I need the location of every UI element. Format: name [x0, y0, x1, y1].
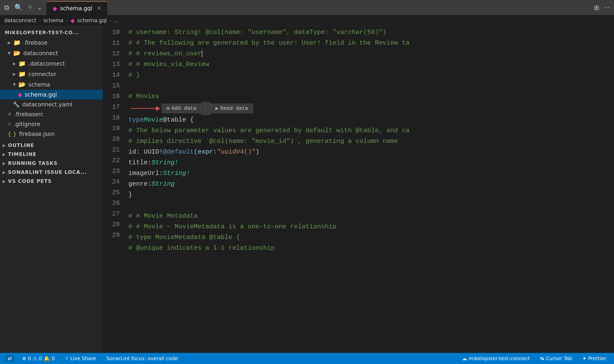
code-paren-close: ): [255, 147, 259, 157]
breadcrumb-file[interactable]: schema.gql: [77, 17, 107, 24]
chevron-timeline-icon: ▶: [2, 152, 6, 156]
sidebar-group-vscode-pets[interactable]: ▶ VS CODE PETS: [0, 177, 103, 186]
status-bar-right: ☁ mikelopster-test-connect ↹ Cursor Tab …: [460, 355, 609, 362]
code-uuid-value: "uuidV4()": [217, 147, 255, 157]
sidebar-label-connector: connector: [28, 71, 56, 77]
code-string-type-23: String: [152, 179, 175, 189]
code-text-16: # Movies: [128, 91, 159, 102]
read-data-icon: ▶: [215, 105, 218, 111]
add-data-icon: ⊞: [167, 105, 169, 111]
status-remote-right-item[interactable]: ☁ mikelopster-test-connect: [460, 355, 532, 362]
status-prettier-item[interactable]: ✦ Prettier: [580, 355, 609, 362]
status-live-share-item[interactable]: ⚡ Live Share: [62, 355, 99, 362]
sidebar-item-dotdataconnect[interactable]: ▶ 📁 .dataconnect: [0, 58, 103, 69]
sidebar-item-dataconnect-yaml[interactable]: 🔧 dataconnect.yaml: [0, 100, 103, 109]
sidebar-group-running-tasks-label: RUNNING TASKS: [8, 160, 57, 166]
breadcrumb-sep3: ›: [110, 18, 112, 23]
code-expr-param: expr: [198, 147, 213, 157]
cursor-tab-label: Cursor Tab: [546, 356, 572, 361]
sidebar-label-schema-gql: schema.gql: [25, 91, 57, 98]
line-num-12: 12: [103, 48, 120, 59]
code-text-14: # }: [128, 70, 140, 80]
sidebar-item-dataconnect[interactable]: ▼ 📂 dataconnect: [0, 48, 103, 58]
code-genre-field: genre:: [128, 179, 152, 189]
sidebar-group-timeline[interactable]: ▶ TIMELINE: [0, 150, 103, 159]
sidebar-label-dotdataconnect: .dataconnect: [28, 60, 65, 67]
code-colon: :: [213, 147, 217, 157]
line-num-28: 28: [103, 219, 120, 230]
split-editor-icon[interactable]: ⊞: [594, 4, 599, 11]
tab-schema-gql[interactable]: ◆ schema.gql ✕: [46, 1, 107, 15]
scrollbar[interactable]: [610, 26, 614, 353]
code-imageurl-field: imageUrl:: [128, 168, 163, 178]
chevron-down-schema-icon: ▼: [13, 82, 16, 87]
line-num-23: 23: [103, 166, 120, 176]
code-lines: # username: String! @col(name: "username…: [124, 26, 610, 353]
sidebar-group-sonarlint[interactable]: ▶ SONARLINT ISSUE LOCA...: [0, 168, 103, 177]
source-control-icon[interactable]: ⑂: [28, 3, 32, 12]
more-actions-icon[interactable]: ···: [603, 4, 610, 11]
sidebar-item-firebase-json[interactable]: { } firebase.json: [0, 129, 103, 139]
sidebar-label-firebaserc: .firebaserc: [14, 111, 43, 117]
code-line-27: # # Movie – MovieMetadata is a one-to-on…: [128, 221, 610, 232]
search-icon[interactable]: 🔍: [14, 3, 23, 12]
breadcrumb-schema[interactable]: schema: [43, 17, 64, 24]
app-container: ⧉ 🔍 ⑂ ⌄ ◆ schema.gql ✕ ⊞ ··· dataconnect…: [0, 0, 614, 364]
title-bar: ⧉ 🔍 ⑂ ⌄ ◆ schema.gql ✕ ⊞ ···: [0, 0, 614, 15]
read-data-button[interactable]: ▶ Read data: [210, 104, 253, 113]
code-line-11: # # The following are generated by the u…: [128, 38, 610, 48]
status-errors-item[interactable]: ⊗ 0 ⚠ 0 🔔 0: [19, 355, 57, 362]
code-text-27: # # Movie – MovieMetadata is a one-to-on…: [128, 221, 336, 232]
status-remote-item[interactable]: ⇄: [5, 355, 14, 362]
breadcrumb-dataconnect[interactable]: dataconnect: [4, 17, 36, 24]
close-tab-icon[interactable]: ✕: [97, 5, 101, 11]
sidebar-item-schema[interactable]: ▼ 📂 schema: [0, 79, 103, 90]
sidebar-group-vscode-pets-label: VS CODE PETS: [8, 178, 52, 184]
code-line-16: # Movies ⊞ Add data: [128, 91, 610, 102]
sidebar-item-schema-gql[interactable]: ◆ schema.gql: [0, 90, 103, 100]
line-num-26: 26: [103, 198, 120, 208]
chevron-down-icon[interactable]: ⌄: [37, 4, 42, 11]
folder-icon-connector: 📁: [18, 70, 26, 78]
codelens-suggestion: ⊞ Add data | ▶ Read data: [130, 102, 253, 115]
sidebar-label-firebase-json: firebase.json: [19, 131, 55, 137]
code-text-10: # username: String! @col(name: "username…: [128, 27, 386, 37]
prettier-label: Prettier: [588, 356, 606, 361]
sidebar-root-label: MIKELOPSTER-TEST-CO...: [0, 26, 103, 37]
sidebar-item-gitignore[interactable]: ⑂ .gitignore: [0, 119, 103, 129]
line-numbers: 10 11 12 13 14 15 16 17 18 19 20 21 22 2…: [103, 26, 124, 353]
sidebar-item-connector[interactable]: ▶ 📁 connector: [0, 69, 103, 79]
sidebar-label-schema: schema: [28, 81, 50, 88]
code-line-17: type Movie @table {: [128, 115, 610, 125]
sidebar-group-sonarlint-label: SONARLINT ISSUE LOCA...: [8, 169, 87, 175]
sidebar-item-firebase[interactable]: ▶ 📁 .firebase: [0, 37, 103, 48]
warning-count: 0: [39, 356, 42, 361]
remote-right-label: mikelopster-test-connect: [469, 356, 530, 361]
title-bar-icons: ⧉ 🔍 ⑂ ⌄: [4, 3, 42, 12]
sidebar-group-outline-label: OUTLINE: [8, 143, 34, 148]
code-line-26: # # Movie Metadata: [128, 211, 610, 221]
status-sonarlint-item[interactable]: SonarLint focus: overall code: [104, 355, 180, 362]
sidebar-item-firebaserc[interactable]: ⚡ .firebaserc: [0, 109, 103, 119]
sidebar-group-running-tasks[interactable]: ▶ RUNNING TASKS: [0, 159, 103, 168]
status-cursor-tab-item[interactable]: ↹ Cursor Tab: [538, 355, 575, 362]
editor-area[interactable]: 10 11 12 13 14 15 16 17 18 19 20 21 22 2…: [103, 26, 614, 353]
sidebar-label-yaml: dataconnect.yaml: [22, 101, 72, 108]
code-line-22: imageUrl: String!: [128, 168, 610, 179]
code-line-14: # }: [128, 70, 610, 80]
arrow-line: [130, 108, 156, 109]
live-share-icon: ⚡: [65, 356, 69, 361]
line-num-18: 18: [103, 112, 120, 123]
chevron-running-tasks-icon: ▶: [2, 161, 6, 166]
line-num-13: 13: [103, 59, 120, 70]
add-data-button[interactable]: ⊞ Add data: [162, 104, 201, 113]
line-num-11: 11: [103, 38, 120, 48]
sidebar-group-outline[interactable]: ▶ OUTLINE: [0, 141, 103, 150]
folder-icon-firebase: 📁: [13, 39, 21, 46]
gql-file-icon: ◆: [18, 91, 22, 98]
code-text-29: # @unique indicates a 1-1 relationship: [128, 243, 275, 253]
breadcrumb-more[interactable]: …: [114, 17, 119, 24]
codelens-separator: |: [201, 102, 210, 115]
code-close-brace: }: [128, 189, 132, 200]
copy-icon[interactable]: ⧉: [4, 3, 9, 12]
